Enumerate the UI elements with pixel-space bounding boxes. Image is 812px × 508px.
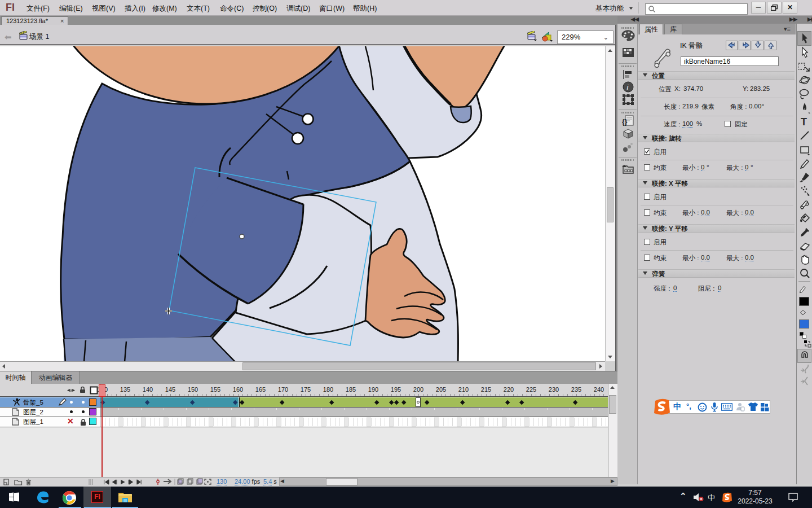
svg-text:{}: {} xyxy=(622,118,628,126)
svg-text:T: T xyxy=(801,116,807,128)
